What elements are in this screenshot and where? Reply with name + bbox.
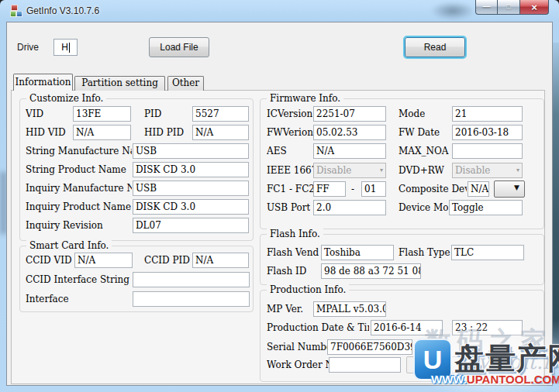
max-noa-label: MAX_NOA bbox=[399, 143, 449, 159]
string-manufacture-field[interactable]: USB bbox=[133, 143, 249, 159]
aero-right-border bbox=[552, 43, 559, 368]
flash-id-label: Flash ID bbox=[267, 263, 306, 279]
app-icon bbox=[10, 5, 22, 17]
vid-field[interactable]: 13FE bbox=[73, 106, 131, 122]
flash-vendor-field[interactable]: Toshiba bbox=[321, 245, 394, 260]
string-product-field[interactable]: DISK CD 3.0 bbox=[133, 162, 249, 177]
fc2-field[interactable]: 01 bbox=[361, 181, 386, 197]
ieee1667-value: Disable bbox=[316, 165, 351, 176]
chevron-down-icon: ▾ bbox=[516, 164, 519, 177]
string-manufacture-label: String Manufacture Nam bbox=[26, 143, 132, 159]
minimize-icon: — bbox=[483, 2, 491, 11]
tab-partition-setting[interactable]: Partition setting bbox=[74, 76, 165, 91]
flash-id-field[interactable]: 98 de 88 a3 72 51 08 bbox=[321, 263, 421, 279]
ccid-pid-label: CCID PID bbox=[144, 253, 190, 268]
flash-info-title: Flash Info. bbox=[267, 229, 323, 240]
interface-label: Interface bbox=[26, 291, 69, 307]
caption-buttons: — □ × bbox=[475, 0, 549, 15]
max-noa-field[interactable] bbox=[452, 143, 523, 159]
ccid-vid-label: CCID VID bbox=[26, 253, 72, 268]
aes-field[interactable]: N/A bbox=[313, 143, 386, 159]
fwverion-label: FWVerion bbox=[267, 125, 313, 140]
inquiry-product-field[interactable]: DISK CD 3.0 bbox=[133, 199, 249, 215]
maximize-button[interactable]: □ bbox=[498, 0, 519, 15]
fc-separator: - bbox=[351, 181, 354, 197]
dvdrw-label: DVD+RW bbox=[399, 163, 444, 178]
ccid-interface-string-field[interactable] bbox=[133, 272, 250, 287]
composite-device-label: Composite Devic bbox=[399, 181, 467, 197]
chevron-down-icon: ▾ bbox=[380, 164, 383, 177]
inquiry-manufacture-field[interactable]: USB bbox=[133, 181, 249, 196]
mode-label: Mode bbox=[399, 106, 425, 122]
usb-port-field[interactable]: 2.0 bbox=[313, 200, 386, 215]
string-product-label: String Product Name bbox=[26, 162, 132, 177]
production-info-title: Production Info. bbox=[267, 284, 349, 296]
hid-pid-field[interactable]: N/A bbox=[192, 125, 249, 140]
ccid-interface-string-label: CCID Interface String bbox=[26, 272, 130, 287]
work-order-side-button[interactable] bbox=[406, 356, 462, 373]
flash-type-label: Flash Type bbox=[399, 245, 450, 260]
ieee1667-combobox[interactable]: Disable ▾ bbox=[313, 163, 386, 178]
interface-field[interactable] bbox=[133, 291, 250, 307]
fw-date-field[interactable]: 2016-03-18 bbox=[452, 125, 523, 140]
mp-ver-field[interactable]: MPALL v5.03.0A bbox=[313, 301, 386, 317]
device-mode-label: Device Mod bbox=[399, 200, 448, 215]
production-time-field[interactable]: 23 : 22 bbox=[452, 320, 523, 335]
flash-info-group: Flash Info. Flash Vend Toshiba Flash Typ… bbox=[260, 234, 544, 285]
close-button[interactable]: × bbox=[519, 0, 549, 15]
maximize-icon: □ bbox=[506, 3, 510, 11]
production-date-field[interactable]: 2016-6-14 bbox=[371, 320, 443, 335]
composite-device-dropdown[interactable]: ▼ bbox=[494, 181, 525, 198]
inquiry-revision-field[interactable]: DL07 bbox=[133, 218, 249, 233]
hid-vid-label: HID VID bbox=[26, 125, 66, 140]
ccid-vid-field[interactable]: N/A bbox=[74, 253, 133, 268]
hid-pid-label: HID PID bbox=[144, 125, 184, 140]
mode-field[interactable]: 21 bbox=[452, 106, 523, 122]
inquiry-revision-label: Inquiry Revision bbox=[26, 218, 132, 233]
pid-label: PID bbox=[144, 106, 161, 122]
customize-info-group: Customize Info. VID 13FE PID 5527 HID VI… bbox=[19, 98, 254, 241]
flash-vendor-label: Flash Vend bbox=[267, 245, 319, 260]
icversion-field[interactable]: 2251-07 bbox=[313, 106, 386, 122]
close-icon: × bbox=[531, 2, 537, 13]
tab-other[interactable]: Other bbox=[167, 76, 204, 91]
work-order-field[interactable] bbox=[329, 357, 401, 373]
serial-number-field[interactable]: 7F0066E7560D3900 bbox=[327, 339, 412, 355]
ccid-pid-field[interactable]: N/A bbox=[192, 253, 249, 268]
read-button[interactable]: Read bbox=[405, 37, 465, 57]
window-title: GetInfo V3.10.7.6 bbox=[26, 5, 99, 16]
firmware-info-group: Firmware Info. ICVersion 2251-07 Mode 21… bbox=[260, 98, 544, 229]
minimize-button[interactable]: — bbox=[475, 0, 498, 15]
fc1-fc2-label: FC1 - FC2 bbox=[267, 181, 315, 197]
dvdrw-combobox[interactable]: Disable ▾ bbox=[452, 163, 523, 178]
drive-value: H bbox=[61, 42, 68, 53]
inquiry-product-label: Inquiry Product Name bbox=[26, 199, 132, 215]
aes-label: AES bbox=[267, 143, 287, 159]
composite-device-field[interactable]: N/A bbox=[468, 181, 489, 197]
flash-type-field[interactable]: TLC bbox=[451, 245, 524, 260]
dropdown-arrow-icon: ▼ bbox=[514, 184, 519, 191]
ieee1667-label: IEEE 1667 bbox=[267, 163, 317, 178]
fwverion-field[interactable]: 05.02.53 bbox=[313, 125, 386, 140]
firmware-info-title: Firmware Info. bbox=[267, 93, 343, 105]
smart-card-info-group: Smart Card Info. CCID VID N/A CCID PID N… bbox=[19, 246, 254, 312]
load-file-button[interactable]: Load File bbox=[149, 37, 209, 57]
production-date-time-label: Production Date & Time bbox=[267, 320, 369, 335]
drive-label: Drive bbox=[17, 42, 39, 53]
text-caret bbox=[69, 43, 70, 53]
production-info-group: Production Info. MP Ver. MPALL v5.03.0A … bbox=[260, 290, 544, 382]
fc1-field[interactable]: FF bbox=[313, 181, 346, 197]
icversion-label: ICVersion bbox=[267, 106, 312, 122]
vid-label: VID bbox=[26, 106, 43, 122]
tab-information[interactable]: Information bbox=[13, 74, 73, 91]
hid-vid-field[interactable]: N/A bbox=[73, 125, 131, 140]
mp-ver-label: MP Ver. bbox=[267, 301, 303, 317]
inquiry-manufacture-label: Inquiry Manufacture Nam bbox=[26, 181, 132, 196]
customize-info-title: Customize Info. bbox=[26, 93, 106, 105]
device-mode-field[interactable]: Toggle bbox=[449, 200, 523, 215]
fw-date-label: FW Date bbox=[399, 125, 440, 140]
smart-card-info-title: Smart Card Info. bbox=[26, 240, 112, 252]
pid-field[interactable]: 5527 bbox=[192, 106, 249, 122]
drive-input[interactable]: H bbox=[53, 39, 78, 56]
dvdrw-value: Disable bbox=[455, 165, 490, 176]
